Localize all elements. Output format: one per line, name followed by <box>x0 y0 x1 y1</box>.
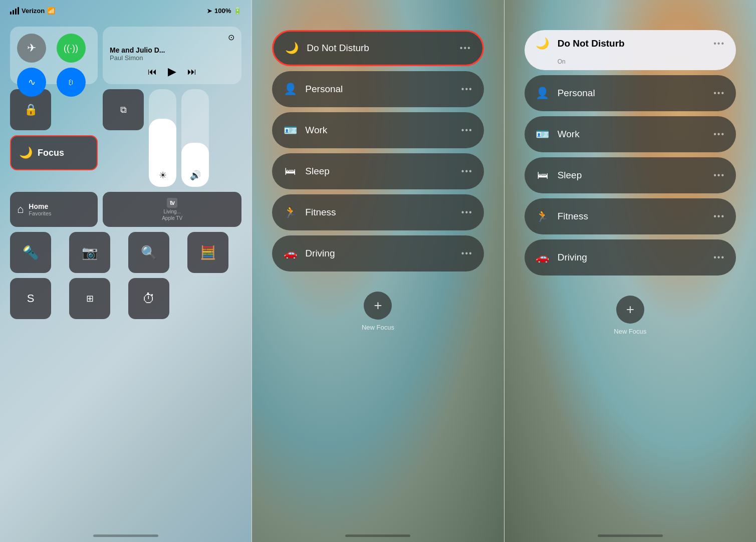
signal-bar-3 <box>15 9 17 15</box>
focus-item-dnd-active[interactable]: 🌙 Do Not Disturb ••• On <box>525 30 736 70</box>
focus-moon-icon: 🌙 <box>19 146 33 159</box>
driving-icon: 🚗 <box>283 247 297 260</box>
focus-label: Focus <box>38 148 64 158</box>
driving-dots-3: ••• <box>713 253 725 262</box>
new-focus-button-2[interactable]: + New Focus <box>362 292 394 331</box>
fitness-dots-3: ••• <box>713 212 725 221</box>
home-label: Home <box>29 202 51 210</box>
airplay-button[interactable]: ⊙ <box>110 33 234 42</box>
personal-dots-3: ••• <box>713 89 725 98</box>
new-focus-circle-3: + <box>616 296 644 324</box>
dnd-name: Do Not Disturb <box>307 43 452 54</box>
focus-item-personal[interactable]: 👤 Personal ••• <box>272 71 483 107</box>
signal-bar-4 <box>18 7 19 15</box>
home-indicator-1 <box>93 534 158 537</box>
new-focus-label-3: New Focus <box>614 328 646 335</box>
cc-row-2: 🔒 🌙 Focus ⧉ ☀ 🔊 <box>10 89 241 187</box>
airplay-icon: ⊙ <box>228 33 234 42</box>
fitness-name: Fitness <box>305 207 453 218</box>
dnd-active-name: Do Not Disturb <box>558 38 706 49</box>
volume-slider[interactable]: 🔊 <box>181 89 209 187</box>
driving-icon-3: 🚗 <box>536 251 550 264</box>
wifi-icon: 📶 <box>47 7 55 15</box>
home-text: Home Favorites <box>29 202 51 216</box>
focus-button[interactable]: 🌙 Focus <box>10 135 98 170</box>
screen-mirror-button[interactable]: ⧉ <box>103 89 144 130</box>
brightness-slider[interactable]: ☀ <box>149 89 176 187</box>
sleep-icon: 🛏 <box>283 165 297 178</box>
dnd-active-sub: On <box>558 58 566 65</box>
fitness-icon-3: 🏃 <box>536 210 550 223</box>
airplane-mode-button[interactable]: ✈ <box>17 34 46 63</box>
dnd-active-dots: ••• <box>713 39 725 48</box>
focus-item-driving[interactable]: 🚗 Driving ••• <box>272 235 483 272</box>
appletv-card[interactable]: tv Living... Apple TV <box>103 192 241 227</box>
signal-bars <box>10 7 19 15</box>
work-name-3: Work <box>558 129 706 140</box>
qr-button[interactable]: ⊞ <box>69 278 110 319</box>
cc-grid: ✈ ((·)) ∿ 𐐂 ⊙ Me and Julio D... Paul Sim… <box>0 19 251 327</box>
music-controls: ⏮ ▶ ⏭ <box>110 65 234 78</box>
personal-icon: 👤 <box>283 83 297 96</box>
cc-row-3: ⌂ Home Favorites tv Living... Apple TV <box>10 192 241 227</box>
cc-row-4: 🔦 📷 🔍 🧮 S ⊞ ⏱ <box>10 232 241 319</box>
focus-item-sleep-3[interactable]: 🛏 Sleep ••• <box>525 157 736 193</box>
location-icon: ➤ <box>207 8 212 15</box>
focus-item-personal-3[interactable]: 👤 Personal ••• <box>525 75 736 111</box>
timer-button[interactable]: ⏱ <box>128 278 169 319</box>
work-dots-3: ••• <box>713 130 725 139</box>
focus-item-sleep[interactable]: 🛏 Sleep ••• <box>272 153 483 189</box>
sleep-name: Sleep <box>305 166 453 177</box>
panel-focus-active: 🌙 Do Not Disturb ••• On 👤 Personal ••• 🪪… <box>505 0 756 542</box>
new-focus-button-3[interactable]: + New Focus <box>614 296 646 335</box>
new-focus-label-2: New Focus <box>362 324 394 331</box>
home-sub: Favorites <box>29 210 51 216</box>
shazam-button[interactable]: S <box>10 278 51 319</box>
bluetooth-button[interactable]: 𐐂 <box>57 68 86 97</box>
cellular-button[interactable]: ((·)) <box>57 34 86 63</box>
wifi-button[interactable]: ∿ <box>17 68 46 97</box>
new-focus-plus-icon-3: + <box>626 302 634 318</box>
battery-icon: 🔋 <box>233 7 241 15</box>
personal-dots: ••• <box>461 85 473 94</box>
focus-item-fitness[interactable]: 🏃 Fitness ••• <box>272 194 483 230</box>
status-bar: Verizon 📶 ➤ 100% 🔋 <box>0 0 251 19</box>
music-artist: Paul Simon <box>110 54 234 62</box>
work-dots: ••• <box>461 126 473 135</box>
play-button[interactable]: ▶ <box>168 65 176 78</box>
focus-list-2: 🌙 Do Not Disturb ••• 👤 Personal ••• 🪪 Wo… <box>272 30 483 272</box>
signal-bar-2 <box>13 10 14 15</box>
next-button[interactable]: ⏭ <box>187 67 196 77</box>
panel-focus-list: 🌙 Do Not Disturb ••• 👤 Personal ••• 🪪 Wo… <box>252 0 503 542</box>
dnd-icon: 🌙 <box>285 42 299 55</box>
focus-item-driving-3[interactable]: 🚗 Driving ••• <box>525 239 736 276</box>
prev-button[interactable]: ⏮ <box>148 67 157 77</box>
focus-item-fitness-3[interactable]: 🏃 Fitness ••• <box>525 198 736 234</box>
calculator-button[interactable]: 🧮 <box>187 232 228 273</box>
new-focus-plus-icon-2: + <box>374 298 382 314</box>
camera-button[interactable]: 📷 <box>69 232 110 273</box>
music-title: Me and Julio D... <box>110 46 234 54</box>
focus-item-dnd[interactable]: 🌙 Do Not Disturb ••• <box>272 30 483 66</box>
cc-row-1: ✈ ((·)) ∿ 𐐂 ⊙ Me and Julio D... Paul Sim… <box>10 27 241 84</box>
home-indicator-2 <box>345 534 410 537</box>
appletv-label: Living... <box>163 209 180 214</box>
driving-dots: ••• <box>461 249 473 258</box>
sleep-dots: ••• <box>461 167 473 176</box>
carrier-name: Verizon <box>22 7 45 15</box>
focus-item-work[interactable]: 🪪 Work ••• <box>272 112 483 148</box>
brightness-icon: ☀ <box>159 170 167 181</box>
appletv-logo: tv <box>167 198 177 208</box>
home-card[interactable]: ⌂ Home Favorites <box>10 192 98 227</box>
focus-item-work-3[interactable]: 🪪 Work ••• <box>525 116 736 152</box>
flashlight-button[interactable]: 🔦 <box>10 232 51 273</box>
fitness-dots: ••• <box>461 208 473 217</box>
battery-percent: 100% <box>214 7 231 15</box>
personal-name: Personal <box>305 84 453 95</box>
sleep-icon-3: 🛏 <box>536 169 550 182</box>
driving-name: Driving <box>305 248 453 259</box>
focus-panel-2: 🌙 Do Not Disturb ••• 👤 Personal ••• 🪪 Wo… <box>252 0 503 346</box>
home-indicator-3 <box>598 534 663 537</box>
fitness-icon: 🏃 <box>283 206 297 219</box>
magnifier-button[interactable]: 🔍 <box>128 232 169 273</box>
